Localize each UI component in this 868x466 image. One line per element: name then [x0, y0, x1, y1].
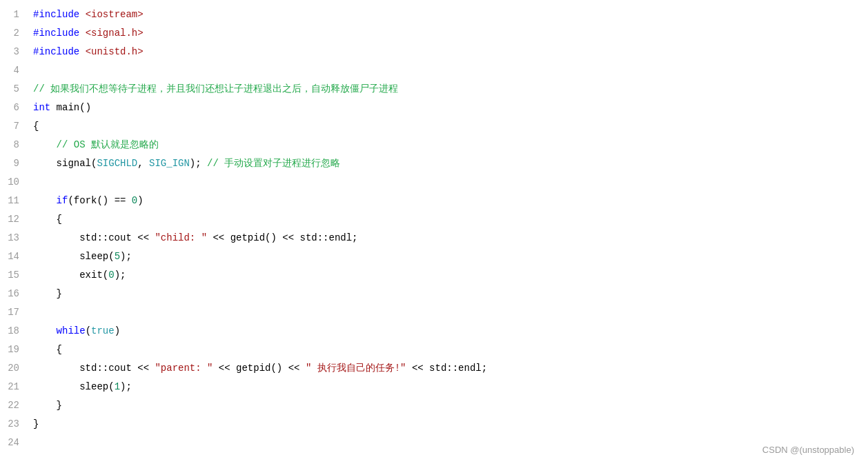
line-number: 22 — [0, 396, 33, 415]
line-number: 6 — [0, 99, 33, 117]
code-line: 3#include <unistd.h> — [0, 43, 868, 61]
line-number: 17 — [0, 303, 33, 322]
line-content: while(true) — [33, 322, 857, 341]
line-content: if(fork() == 0) — [33, 192, 857, 210]
line-content: sleep(1); — [33, 378, 857, 396]
line-number: 12 — [0, 210, 33, 229]
code-line: 14 sleep(5); — [0, 247, 868, 266]
line-number: 23 — [0, 415, 33, 434]
code-line: 1#include <iostream> — [0, 6, 868, 24]
code-line: 5// 如果我们不想等待子进程，并且我们还想让子进程退出之后，自动释放僵尸子进程 — [0, 80, 868, 99]
line-number: 15 — [0, 266, 33, 285]
code-line: 22 } — [0, 396, 868, 415]
code-line: 24 — [0, 434, 868, 452]
code-line: 17 — [0, 303, 868, 322]
code-line: 16 } — [0, 285, 868, 303]
code-line: 11 if(fork() == 0) — [0, 192, 868, 210]
line-content: #include <unistd.h> — [33, 43, 857, 61]
code-line: 8 // OS 默认就是忽略的 — [0, 136, 868, 154]
watermark: CSDN @(unstoppable) — [762, 440, 854, 459]
line-content: } — [33, 285, 857, 303]
line-content: // 如果我们不想等待子进程，并且我们还想让子进程退出之后，自动释放僵尸子进程 — [33, 80, 857, 99]
line-content: { — [33, 117, 857, 136]
code-line: 2#include <signal.h> — [0, 24, 868, 43]
code-line: 12 { — [0, 210, 868, 229]
line-number: 3 — [0, 43, 33, 61]
line-content: // OS 默认就是忽略的 — [33, 136, 857, 154]
line-number: 1 — [0, 6, 33, 24]
code-line: 20 std::cout << "parent: " << getpid() <… — [0, 359, 868, 378]
line-number: 7 — [0, 117, 33, 136]
line-number: 20 — [0, 359, 33, 378]
line-content: #include <signal.h> — [33, 24, 857, 43]
code-line: 19 { — [0, 341, 868, 359]
line-content: exit(0); — [33, 266, 857, 285]
line-number: 11 — [0, 192, 33, 210]
code-line: 18 while(true) — [0, 322, 868, 341]
line-content: std::cout << "child: " << getpid() << st… — [33, 229, 857, 247]
code-line: 13 std::cout << "child: " << getpid() <<… — [0, 229, 868, 247]
line-content: sleep(5); — [33, 247, 857, 266]
line-number: 21 — [0, 378, 33, 396]
line-number: 2 — [0, 24, 33, 43]
line-number: 8 — [0, 136, 33, 154]
line-number: 4 — [0, 61, 33, 80]
line-number: 5 — [0, 80, 33, 99]
code-line: 9 signal(SIGCHLD, SIG_IGN); // 手动设置对子进程进… — [0, 154, 868, 173]
line-content: int main() — [33, 99, 857, 117]
line-content: { — [33, 341, 857, 359]
code-line: 10 — [0, 173, 868, 192]
code-line: 23} — [0, 415, 868, 434]
code-editor: 1#include <iostream>2#include <signal.h>… — [0, 0, 868, 466]
line-number: 16 — [0, 285, 33, 303]
code-line: 7{ — [0, 117, 868, 136]
line-number: 9 — [0, 154, 33, 173]
line-content: { — [33, 210, 857, 229]
code-line: 21 sleep(1); — [0, 378, 868, 396]
line-content: std::cout << "parent: " << getpid() << "… — [33, 359, 857, 378]
line-content: signal(SIGCHLD, SIG_IGN); // 手动设置对子进程进行忽… — [33, 154, 857, 173]
line-content: } — [33, 415, 857, 434]
line-content: #include <iostream> — [33, 6, 857, 24]
line-number: 18 — [0, 322, 33, 341]
code-line: 4 — [0, 61, 868, 80]
line-number: 10 — [0, 173, 33, 192]
line-content: } — [33, 396, 857, 415]
line-number: 24 — [0, 434, 33, 452]
code-line: 6int main() — [0, 99, 868, 117]
line-number: 13 — [0, 229, 33, 247]
code-line: 15 exit(0); — [0, 266, 868, 285]
line-number: 19 — [0, 341, 33, 359]
line-number: 14 — [0, 247, 33, 266]
